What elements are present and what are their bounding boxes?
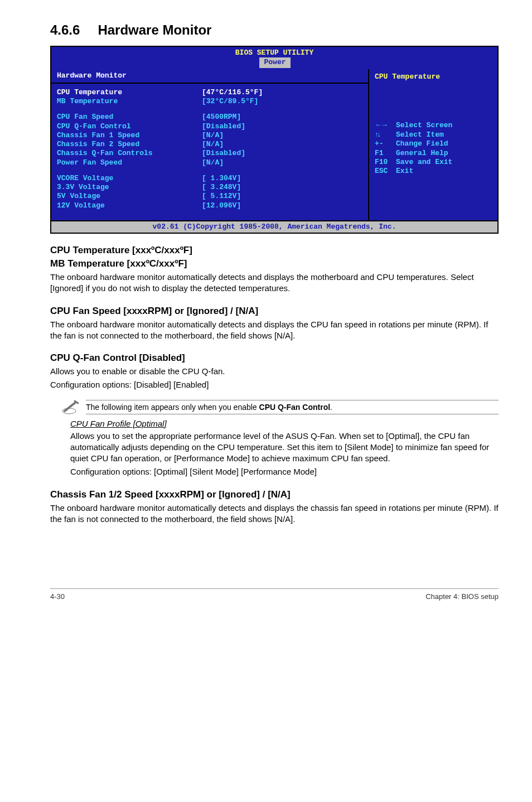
para-profile-2: Configuration options: [Optimal] [Silent… <box>70 466 499 477</box>
bios-right-panel: CPU Temperature ←→Select Screen ↑↓Select… <box>369 69 497 220</box>
bios-row: Chassis Q-Fan Controls[Disabled] <box>57 149 362 158</box>
section-heading: 4.6.6Hardware Monitor <box>50 22 499 38</box>
bios-title: BIOS SETUP UTILITY <box>235 49 313 57</box>
bios-row: VCORE Voltage[ 1.304V] <box>57 174 362 183</box>
note-box: The following item appears only when you… <box>60 399 499 416</box>
arrows-lr-icon: ←→ <box>375 120 396 129</box>
heading-fanspeed: CPU Fan Speed [xxxxRPM] or [Ignored] / [… <box>50 306 499 317</box>
bios-panel-header: Hardware Monitor <box>51 69 368 84</box>
bios-footer: v02.61 (C)Copyright 1985-2008, American … <box>51 220 497 233</box>
bios-tab-power: Power <box>259 57 290 67</box>
para-fanspeed: The onboard hardware monitor automatical… <box>50 319 499 342</box>
bios-left-panel: Hardware Monitor CPU Temperature[47°C/11… <box>51 69 369 220</box>
heading-chassis: Chassis Fan 1/2 Speed [xxxxRPM] or [Igno… <box>50 489 499 500</box>
bios-row: CPU Q-Fan Control[Disabled] <box>57 122 362 131</box>
para-cpu-mb: The onboard hardware monitor automatical… <box>50 272 499 294</box>
bios-row: Chassis Fan 1 Speed[N/A] <box>57 131 362 140</box>
footer-chapter: Chapter 4: BIOS setup <box>425 592 499 601</box>
para-chassis: The onboard hardware monitor automatical… <box>50 503 499 525</box>
heading-qfan: CPU Q-Fan Control [Disabled] <box>50 352 499 364</box>
bios-right-title: CPU Temperature <box>375 73 492 81</box>
bios-row: 5V Voltage[ 5.112V] <box>57 192 362 201</box>
note-icon <box>60 399 86 416</box>
footer-page-number: 4-30 <box>50 592 65 601</box>
arrows-ud-icon: ↑↓ <box>375 130 396 139</box>
heading-cpu-temp: CPU Temperature [xxxºC/xxxºF] <box>50 245 499 256</box>
bios-row: MB Temperature[32°C/89.5°F] <box>57 97 362 106</box>
bios-row: CPU Fan Speed[4500RPM] <box>57 113 362 122</box>
heading-mb-temp: MB Temperature [xxxºC/xxxºF] <box>50 258 499 269</box>
bios-row: 12V Voltage[12.096V] <box>57 201 362 210</box>
section-title: Hardware Monitor <box>98 22 211 37</box>
note-text: The following item appears only when you… <box>86 400 499 414</box>
para-qfan-2: Configuration options: [Disabled] [Enabl… <box>50 379 499 390</box>
bios-row: Chassis Fan 2 Speed[N/A] <box>57 140 362 149</box>
bios-row: CPU Temperature[47°C/116.5°F] <box>57 88 362 97</box>
page-footer: 4-30 Chapter 4: BIOS setup <box>50 588 499 601</box>
para-qfan-1: Allows you to enable or disable the CPU … <box>50 366 499 377</box>
bios-box: BIOS SETUP UTILITY Power Hardware Monito… <box>50 46 499 234</box>
section-number: 4.6.6 <box>50 22 80 38</box>
bios-titlebar: BIOS SETUP UTILITY Power <box>51 47 497 69</box>
heading-profile: CPU Fan Profile [Optimal] <box>70 419 499 428</box>
bios-row: Power Fan Speed[N/A] <box>57 158 362 167</box>
para-profile-1: Allows you to set the appropriate perfor… <box>70 431 499 465</box>
bios-row: 3.3V Voltage[ 3.248V] <box>57 183 362 192</box>
bios-help: ←→Select Screen ↑↓Select Item +-Change F… <box>375 120 492 176</box>
